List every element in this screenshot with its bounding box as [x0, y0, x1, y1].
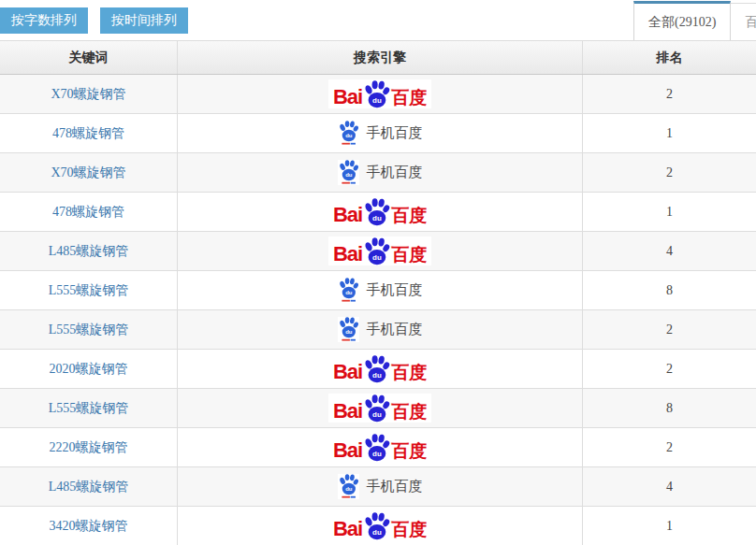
table-row: L485螺旋钢管 Bai du 百度 — [0, 232, 756, 271]
rank-value: 2 — [666, 362, 673, 377]
keyword-cell: 2220螺旋钢管 — [0, 428, 178, 466]
table-row: X70螺旋钢管 Bai du 百度 — [0, 153, 756, 193]
engine-cell: Bai du 百度 — [178, 232, 583, 270]
mobile-baidu-label: 手机百度 — [367, 281, 423, 299]
rank-cell: 8 — [583, 271, 756, 309]
keyword-cell: X70螺旋钢管 — [0, 75, 178, 113]
table-row: 2220螺旋钢管 Bai du 百度 — [0, 428, 756, 467]
baidu-bai-text: Bai — [333, 519, 362, 539]
keyword-link[interactable]: 478螺旋钢管 — [52, 204, 124, 221]
rank-value: 4 — [666, 244, 673, 259]
toolbar: 按字数排列 按时间排列 — [0, 7, 188, 34]
tab-baidu[interactable]: 百度 — [731, 3, 756, 40]
engine-cell: Bai du 百度 — [178, 350, 583, 388]
rank-value: 2 — [666, 323, 673, 337]
engine-cell: Bai du 百度 — [178, 389, 583, 427]
rank-value: 1 — [666, 126, 673, 141]
keyword-link[interactable]: L485螺旋钢管 — [49, 479, 129, 495]
rank-value: 1 — [666, 519, 673, 534]
baidu-logo: Bai du 百度 — [328, 79, 431, 108]
keyword-link[interactable]: 3420螺旋钢管 — [50, 518, 128, 535]
page: 按字数排列 按时间排列 全部(29102) 百度 关键词 搜索引擎 排名 X70… — [0, 0, 756, 545]
baidu-du-text: du — [372, 410, 382, 419]
keyword-link[interactable]: L555螺旋钢管 — [49, 282, 129, 299]
baidu-bai-text: Bai — [333, 401, 362, 422]
engine-cell: Bai du 百度 — [178, 75, 583, 113]
keyword-link[interactable]: 478螺旋钢管 — [52, 125, 124, 142]
mobile-baidu: du 手机百度 — [338, 317, 423, 342]
mobile-baidu-paw-icon: du — [338, 474, 359, 499]
rank-value: 2 — [666, 165, 673, 180]
mobile-baidu-label: 手机百度 — [367, 164, 423, 181]
baidu-logo: Bai du 百度 — [328, 511, 431, 540]
tab-all[interactable]: 全部(29102) — [633, 1, 731, 40]
table-row: L485螺旋钢管 Bai du 百度 — [0, 467, 756, 507]
keyword-link[interactable]: 2020螺旋钢管 — [50, 361, 128, 378]
keyword-cell: L485螺旋钢管 — [0, 467, 178, 506]
baidu-logo: Bai du 百度 — [328, 433, 431, 462]
keyword-link[interactable]: X70螺旋钢管 — [51, 86, 125, 103]
baidu-bai-text: Bai — [333, 87, 362, 108]
engine-cell: Bai du 百度 — [178, 271, 583, 309]
rank-cell: 2 — [583, 428, 756, 466]
mobile-baidu-paw-icon: du — [338, 160, 359, 185]
keyword-cell: L555螺旋钢管 — [0, 310, 178, 349]
baidu-du-text: du — [372, 214, 382, 222]
rank-value: 2 — [666, 87, 673, 102]
baidu-bai-text: Bai — [333, 362, 362, 382]
mobile-du-text: du — [345, 486, 353, 492]
baidu-cn-text: 百度 — [391, 246, 427, 264]
rank-cell: 1 — [583, 507, 756, 545]
baidu-paw-icon: du — [363, 355, 390, 383]
baidu-bai-text: Bai — [333, 205, 362, 225]
mobile-baidu: du 手机百度 — [338, 474, 423, 499]
mobile-baidu-paw-icon: du — [338, 278, 359, 303]
engine-cell: Bai du 百度 — [178, 467, 583, 506]
rank-cell: 2 — [583, 75, 756, 113]
baidu-paw-icon: du — [363, 198, 390, 226]
keyword-cell: X70螺旋钢管 — [0, 153, 178, 192]
rank-value: 8 — [666, 283, 673, 298]
table-row: L555螺旋钢管 Bai du 百度 — [0, 271, 756, 310]
keyword-link[interactable]: 2220螺旋钢管 — [50, 439, 128, 456]
baidu-logo: Bai du 百度 — [328, 237, 431, 265]
engine-cell: Bai du 百度 — [178, 428, 583, 466]
sort-by-words-button[interactable]: 按字数排列 — [0, 7, 88, 34]
baidu-du-text: du — [372, 96, 382, 105]
baidu-du-text: du — [372, 371, 382, 380]
table-row: 478螺旋钢管 Bai du 百度 — [0, 114, 756, 153]
mobile-du-text: du — [345, 172, 353, 178]
keyword-link[interactable]: L555螺旋钢管 — [49, 400, 129, 417]
mobile-baidu: du 手机百度 — [338, 121, 423, 146]
header-keyword: 关键词 — [0, 41, 178, 74]
mobile-baidu-paw-icon: du — [338, 121, 359, 146]
rank-cell: 4 — [583, 232, 756, 270]
sort-by-time-button[interactable]: 按时间排列 — [100, 7, 188, 34]
keyword-cell: 2020螺旋钢管 — [0, 350, 178, 388]
keyword-cell: L555螺旋钢管 — [0, 271, 178, 309]
rank-cell: 1 — [583, 114, 756, 152]
keyword-link[interactable]: L485螺旋钢管 — [49, 243, 129, 260]
baidu-bai-text: Bai — [333, 244, 362, 265]
baidu-paw-icon: du — [363, 80, 390, 108]
baidu-du-text: du — [372, 253, 382, 262]
header-rank: 排名 — [583, 41, 756, 74]
header-engine: 搜索引擎 — [178, 41, 583, 74]
baidu-logo: Bai du 百度 — [328, 354, 431, 383]
baidu-cn-text: 百度 — [391, 442, 427, 460]
keyword-link[interactable]: L555螺旋钢管 — [49, 322, 129, 338]
keyword-link[interactable]: X70螺旋钢管 — [51, 165, 125, 181]
baidu-bai-text: Bai — [333, 440, 362, 461]
mobile-baidu-paw-icon: du — [338, 317, 359, 342]
mobile-du-text: du — [345, 290, 353, 295]
table-row: 478螺旋钢管 Bai du 百度 — [0, 193, 756, 232]
engine-cell: Bai du 百度 — [178, 153, 583, 192]
table-row: 2020螺旋钢管 Bai du 百度 — [0, 350, 756, 389]
baidu-cn-text: 百度 — [391, 207, 427, 224]
rank-value: 2 — [666, 440, 673, 455]
keyword-cell: 478螺旋钢管 — [0, 114, 178, 152]
rank-value: 4 — [666, 480, 673, 495]
rank-cell: 2 — [583, 153, 756, 192]
mobile-baidu-label: 手机百度 — [367, 321, 423, 338]
rank-cell: 4 — [583, 467, 756, 506]
